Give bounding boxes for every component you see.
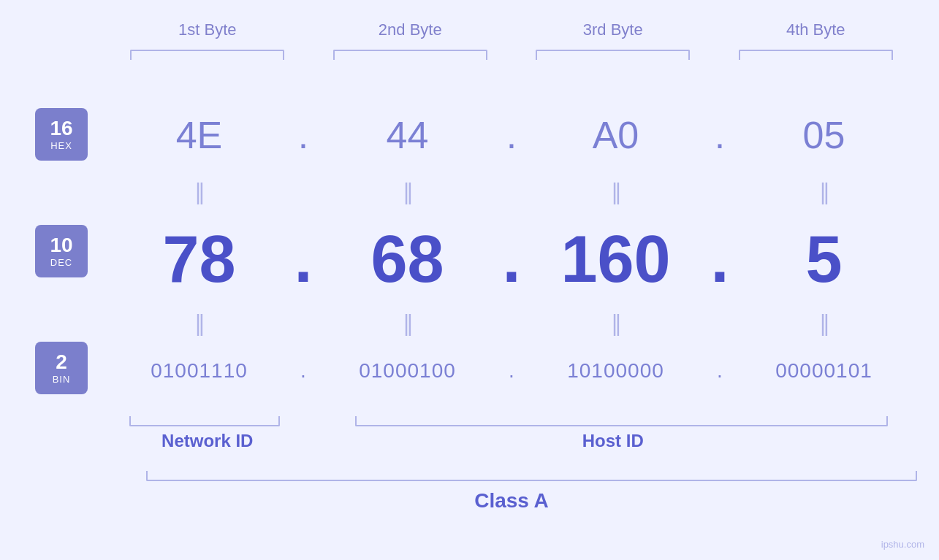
equals-hex-dec: ‖ ‖ ‖ ‖ [106, 179, 917, 204]
hex-b1: 4E [106, 113, 292, 157]
top-bracket-1 [106, 50, 309, 60]
hex-dot-1: . [292, 113, 314, 157]
network-bracket [106, 416, 303, 426]
bottom-brackets [106, 416, 917, 426]
hex-badge-label: HEX [50, 140, 72, 151]
hex-row: 4E . 44 . A0 . 05 [106, 102, 917, 168]
id-labels: Network ID Host ID [106, 431, 917, 451]
dec-row: 78 . 68 . 160 . 5 [106, 219, 917, 299]
dec-badge: 10 DEC [35, 225, 88, 277]
byte-label-3: 3rd Byte [512, 20, 715, 39]
byte-label-1: 1st Byte [106, 20, 309, 39]
hex-badge: 16 HEX [35, 108, 88, 161]
host-bracket [325, 416, 917, 426]
hex-badge-number: 16 [50, 118, 72, 140]
byte-labels-row: 1st Byte 2nd Byte 3rd Byte 4th Byte [106, 20, 917, 39]
dec-dot-3: . [709, 222, 731, 297]
bin-badge-number: 2 [56, 351, 67, 374]
dec-b4: 5 [731, 222, 917, 297]
bin-dot-3: . [709, 359, 731, 383]
bin-row: 01001110 . 01000100 . 10100000 . 0000010… [106, 342, 917, 400]
dec-b1: 78 [106, 222, 292, 297]
network-id-label: Network ID [106, 431, 309, 451]
top-bracket-2 [309, 50, 512, 60]
hex-b3: A0 [522, 113, 709, 157]
full-bracket [146, 471, 917, 481]
byte-label-4: 4th Byte [715, 20, 918, 39]
top-brackets [106, 50, 917, 60]
hex-dot-2: . [501, 113, 522, 157]
bin-dot-1: . [292, 359, 314, 383]
dec-dot-2: . [501, 222, 522, 297]
equals-dec-bin: ‖ ‖ ‖ ‖ [106, 310, 917, 336]
dec-b3: 160 [522, 222, 709, 297]
watermark: ipshu.com [881, 539, 924, 550]
top-bracket-4 [715, 50, 918, 60]
hex-b2: 44 [314, 113, 501, 157]
dec-badge-label: DEC [50, 257, 72, 268]
byte-label-2: 2nd Byte [309, 20, 512, 39]
top-bracket-3 [512, 50, 715, 60]
dec-b2: 68 [314, 222, 501, 297]
bin-badge-label: BIN [53, 374, 71, 385]
dec-dot-1: . [292, 222, 314, 297]
bin-b1: 01001110 [106, 359, 292, 383]
bin-b2: 01000100 [314, 359, 501, 383]
bin-badge: 2 BIN [35, 342, 88, 394]
hex-b4: 05 [731, 113, 917, 157]
bin-b4: 00000101 [731, 359, 917, 383]
main-container: 1st Byte 2nd Byte 3rd Byte 4th Byte 16 H… [0, 0, 939, 560]
class-label: Class A [106, 489, 917, 513]
hex-dot-3: . [709, 113, 731, 157]
bin-b3: 10100000 [522, 359, 709, 383]
host-id-label: Host ID [309, 431, 918, 451]
bin-dot-2: . [501, 359, 522, 383]
dec-badge-number: 10 [50, 234, 72, 257]
